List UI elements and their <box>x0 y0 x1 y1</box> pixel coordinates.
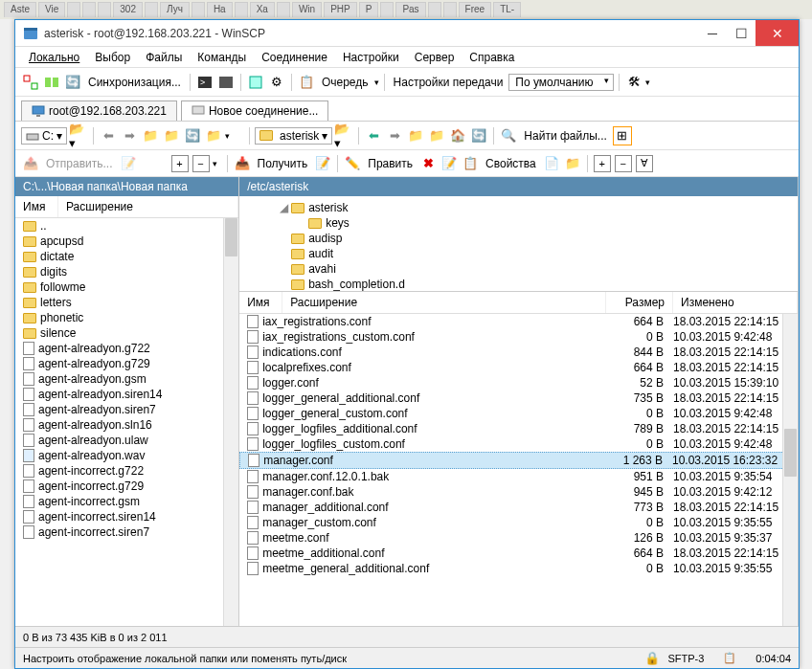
menu-connection[interactable]: Соединение <box>254 49 335 66</box>
compare-icon[interactable] <box>42 73 61 92</box>
sync-label[interactable]: Синхронизация... <box>84 74 185 91</box>
list-item[interactable]: iax_registrations.conf664 B18.03.2015 22… <box>239 314 798 329</box>
remote-col-name[interactable]: Имя <box>239 292 282 313</box>
maximize-button[interactable]: ☐ <box>727 20 756 46</box>
remote-root-icon[interactable]: 📁 <box>427 126 446 145</box>
remote-path-bar[interactable]: /etc/asterisk <box>239 177 798 196</box>
local-drive-selector[interactable]: C: ▾ <box>21 127 67 145</box>
keepup-icon[interactable]: ⚙ <box>267 73 286 92</box>
local-scrollbar[interactable] <box>223 218 238 626</box>
queue-toggle-icon[interactable]: 📋 <box>297 73 316 92</box>
menu-help[interactable]: Справка <box>462 49 522 66</box>
upload-icon[interactable]: 📤 <box>21 154 40 173</box>
remote-filter-button[interactable]: ∀ <box>636 155 653 172</box>
remote-col-mod[interactable]: Изменено <box>673 292 798 313</box>
remote-tree[interactable]: ◢ asterisk keys audisp audit avahi bash_… <box>239 196 798 292</box>
remote-column-header[interactable]: Имя Расширение Размер Изменено <box>239 292 798 314</box>
menu-select[interactable]: Выбор <box>87 49 138 66</box>
putty-icon[interactable] <box>216 73 236 92</box>
sync-dirs-icon[interactable] <box>246 73 265 92</box>
list-item[interactable]: agent-alreadyon.wav <box>15 448 238 463</box>
rename-icon[interactable]: 📝 <box>440 154 459 173</box>
tree-item[interactable]: avahi <box>239 261 798 277</box>
download-icon[interactable]: 📥 <box>233 154 252 173</box>
remote-refresh-icon[interactable]: 🔄 <box>469 126 488 145</box>
remote-minus-button[interactable]: − <box>615 155 632 172</box>
tree-item[interactable]: audisp <box>239 231 798 246</box>
list-item[interactable]: logger_logfiles_custom.conf0 B10.03.2015… <box>239 436 798 452</box>
local-minus-button[interactable]: − <box>192 155 210 172</box>
list-item[interactable]: letters <box>15 295 238 310</box>
get-label[interactable]: Получить <box>254 155 312 172</box>
list-item[interactable]: followme <box>15 279 238 295</box>
tree-item[interactable]: audit <box>239 246 798 261</box>
remote-col-ext[interactable]: Расширение <box>282 292 606 313</box>
list-item[interactable]: manager_additional.conf773 B18.03.2015 2… <box>239 500 798 515</box>
list-item[interactable]: digits <box>15 264 238 279</box>
list-item[interactable]: agent-alreadyon.sln16 <box>15 417 238 433</box>
properties-icon[interactable]: 📋 <box>461 154 480 173</box>
remote-folder-selector[interactable]: asterisk ▾ <box>255 127 332 145</box>
menu-commands[interactable]: Команды <box>190 49 254 66</box>
titlebar[interactable]: asterisk - root@192.168.203.221 - WinSCP… <box>15 20 799 47</box>
list-item[interactable]: indications.conf844 B18.03.2015 22:14:15 <box>239 345 798 360</box>
list-item[interactable]: logger_general_additional.conf735 B18.03… <box>239 390 798 406</box>
remote-open-folder-icon[interactable]: 📂▾ <box>334 126 353 145</box>
local-edit-icon[interactable]: 📝 <box>119 154 138 173</box>
menu-server[interactable]: Сервер <box>407 49 462 66</box>
remote-back-icon[interactable]: ⬅ <box>364 126 383 145</box>
list-item[interactable]: agent-incorrect.siren14 <box>15 509 238 524</box>
send-label[interactable]: Отправить... <box>42 155 117 172</box>
remote-file-list[interactable]: iax_registrations.conf664 B18.03.2015 22… <box>239 314 798 626</box>
local-home-icon[interactable]: 📁 <box>162 126 181 145</box>
newfolder-icon[interactable]: 📁 <box>563 154 582 173</box>
remote-scrollbar[interactable] <box>782 314 798 626</box>
list-item[interactable]: meetme.conf126 B10.03.2015 9:35:37 <box>239 530 798 546</box>
list-item[interactable]: manager_custom.conf0 B10.03.2015 9:35:55 <box>239 515 798 530</box>
list-item[interactable]: phonetic <box>15 310 238 325</box>
list-item[interactable]: localprefixes.conf664 B18.03.2015 22:14:… <box>239 360 798 375</box>
list-item[interactable]: agent-alreadyon.siren14 <box>15 387 238 402</box>
remote-plus-button[interactable]: + <box>594 155 611 172</box>
list-item[interactable]: apcupsd <box>15 234 238 249</box>
find-files-label[interactable]: Найти файлы... <box>520 127 610 145</box>
queue-label[interactable]: Очередь <box>318 74 372 91</box>
edit-icon[interactable]: ✏️ <box>343 154 362 173</box>
newfile-icon[interactable]: 📄 <box>542 154 561 173</box>
session-tab-active[interactable]: root@192.168.203.221 <box>21 100 177 121</box>
remote-home-icon[interactable]: 🏠 <box>448 126 467 145</box>
local-column-header[interactable]: Имя Расширение <box>15 196 238 218</box>
local-up-icon[interactable]: 📁 <box>141 126 160 145</box>
list-item[interactable]: agent-alreadyon.g729 <box>15 356 238 371</box>
list-item[interactable]: agent-incorrect.siren7 <box>15 524 238 540</box>
minimize-button[interactable]: ─ <box>698 20 727 46</box>
console-icon[interactable]: > <box>195 73 214 92</box>
list-item[interactable]: logger_logfiles_additional.conf789 B18.0… <box>239 421 798 436</box>
log-icon[interactable]: 📋 <box>723 652 736 664</box>
list-item[interactable]: agent-alreadyon.siren7 <box>15 402 238 417</box>
menu-local[interactable]: Локально <box>21 49 87 66</box>
menu-settings[interactable]: Настройки <box>335 49 407 66</box>
tree-toggle-icon[interactable]: ⊞ <box>613 126 632 145</box>
list-item[interactable]: manager.conf.12.0.1.bak951 B10.03.2015 9… <box>239 469 798 484</box>
find-files-icon[interactable]: 🔍 <box>499 126 518 145</box>
preferences-icon[interactable]: 🛠 <box>624 73 643 92</box>
sync-browse-icon[interactable] <box>21 73 40 92</box>
list-item[interactable]: meetme_additional.conf664 B18.03.2015 22… <box>239 546 798 561</box>
list-item[interactable]: .. <box>15 218 238 234</box>
tree-item[interactable]: bash_completion.d <box>239 277 798 292</box>
list-item[interactable]: agent-alreadyon.gsm <box>15 371 238 387</box>
list-item[interactable]: agent-alreadyon.g722 <box>15 341 238 356</box>
list-item[interactable]: manager.conf.bak945 B10.03.2015 9:42:12 <box>239 484 798 500</box>
edit-label[interactable]: Править <box>364 155 417 172</box>
remote-fwd-icon[interactable]: ➡ <box>385 126 404 145</box>
tree-item[interactable]: ◢ asterisk <box>239 200 798 215</box>
remote-col-size[interactable]: Размер <box>606 292 673 313</box>
list-item[interactable]: agent-alreadyon.ulaw <box>15 433 238 448</box>
sync-icon[interactable]: 🔄 <box>63 73 82 92</box>
props-label[interactable]: Свойства <box>482 155 540 172</box>
local-path-bar[interactable]: C:\...\Новая папка\Новая папка <box>15 177 238 196</box>
list-item[interactable]: silence <box>15 325 238 341</box>
list-item[interactable]: logger.conf52 B10.03.2015 15:39:10 <box>239 375 798 390</box>
local-bookmark-icon[interactable]: 📁 <box>204 126 223 145</box>
